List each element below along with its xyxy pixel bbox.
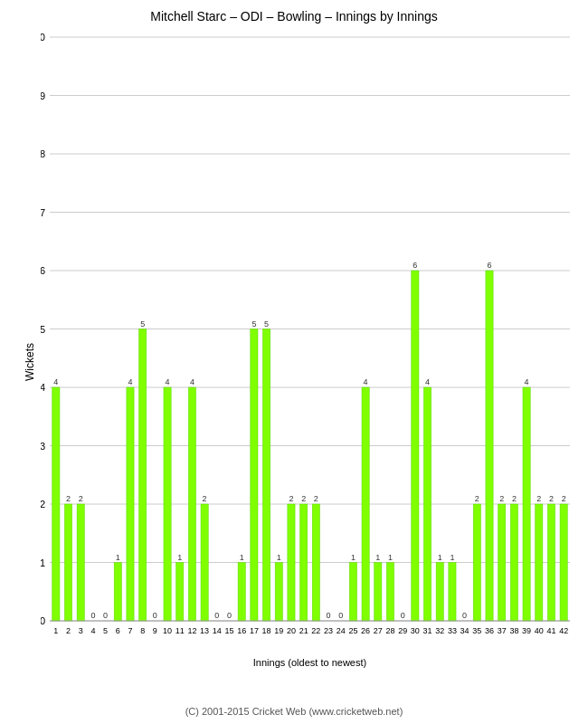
- svg-text:Innings (oldest to newest): Innings (oldest to newest): [253, 657, 366, 668]
- svg-rect-25: [64, 504, 71, 621]
- svg-text:6: 6: [41, 265, 45, 276]
- svg-rect-41: [139, 329, 147, 622]
- svg-text:4: 4: [364, 377, 368, 386]
- svg-rect-38: [127, 387, 134, 621]
- svg-rect-118: [486, 271, 493, 621]
- svg-text:26: 26: [361, 626, 370, 635]
- svg-text:13: 13: [200, 626, 209, 635]
- y-axis-label: Wickets: [24, 343, 36, 381]
- svg-text:3: 3: [79, 626, 83, 635]
- svg-text:2: 2: [289, 494, 293, 503]
- svg-text:2: 2: [562, 494, 566, 503]
- svg-rect-107: [436, 563, 443, 622]
- svg-rect-101: [412, 271, 419, 621]
- svg-text:42: 42: [559, 626, 568, 635]
- svg-text:5: 5: [251, 319, 256, 329]
- svg-text:40: 40: [535, 626, 544, 635]
- svg-text:9: 9: [153, 626, 157, 635]
- svg-text:16: 16: [237, 626, 246, 635]
- svg-text:21: 21: [299, 626, 308, 635]
- svg-rect-49: [176, 563, 184, 622]
- svg-text:38: 38: [509, 626, 518, 635]
- svg-text:37: 37: [498, 626, 507, 635]
- svg-text:2: 2: [79, 494, 83, 503]
- svg-rect-55: [201, 504, 208, 621]
- svg-rect-62: [238, 563, 245, 622]
- svg-text:4: 4: [425, 377, 430, 386]
- svg-rect-124: [510, 504, 517, 621]
- svg-text:39: 39: [522, 626, 531, 635]
- svg-text:2: 2: [536, 494, 541, 503]
- svg-text:0: 0: [338, 611, 343, 620]
- svg-text:2: 2: [475, 494, 479, 503]
- svg-rect-77: [300, 504, 308, 621]
- svg-text:0: 0: [327, 611, 331, 620]
- svg-text:1: 1: [450, 553, 454, 562]
- svg-text:14: 14: [213, 626, 222, 635]
- svg-text:27: 27: [374, 626, 383, 635]
- svg-rect-52: [188, 387, 195, 621]
- svg-text:5: 5: [264, 319, 269, 329]
- svg-text:10: 10: [41, 32, 45, 43]
- svg-rect-35: [114, 563, 121, 622]
- svg-rect-65: [251, 329, 258, 622]
- svg-text:31: 31: [423, 626, 432, 635]
- svg-text:4: 4: [166, 377, 170, 386]
- svg-text:1: 1: [177, 553, 182, 562]
- svg-text:0: 0: [41, 615, 45, 626]
- svg-rect-80: [312, 504, 319, 621]
- svg-text:2: 2: [66, 626, 71, 635]
- svg-text:6: 6: [413, 261, 417, 270]
- svg-text:4: 4: [128, 377, 132, 386]
- svg-text:7: 7: [41, 207, 45, 218]
- svg-text:1: 1: [240, 553, 244, 562]
- svg-text:4: 4: [53, 377, 58, 386]
- svg-text:2: 2: [512, 494, 517, 503]
- svg-text:25: 25: [348, 626, 357, 635]
- chart-container: Mitchell Starc – ODI – Bowling – Innings…: [0, 0, 588, 724]
- svg-text:1: 1: [438, 553, 442, 562]
- svg-text:33: 33: [448, 626, 457, 635]
- svg-text:1: 1: [375, 553, 380, 562]
- svg-rect-28: [77, 504, 84, 621]
- svg-rect-115: [473, 504, 480, 621]
- svg-rect-46: [164, 387, 171, 621]
- svg-text:10: 10: [163, 626, 172, 635]
- svg-text:11: 11: [175, 626, 185, 635]
- svg-text:0: 0: [462, 611, 467, 620]
- svg-rect-133: [547, 504, 555, 621]
- svg-text:7: 7: [128, 626, 132, 635]
- svg-text:1: 1: [53, 626, 58, 635]
- svg-text:0: 0: [214, 611, 219, 620]
- svg-text:0: 0: [153, 611, 157, 620]
- svg-text:2: 2: [314, 494, 318, 503]
- svg-text:2: 2: [499, 494, 504, 503]
- svg-text:24: 24: [337, 626, 346, 635]
- svg-text:2: 2: [301, 494, 306, 503]
- bar-chart: 0123456789104122230405164758094101114122…: [41, 28, 583, 671]
- svg-text:9: 9: [41, 90, 45, 101]
- svg-text:5: 5: [140, 319, 145, 329]
- svg-text:1: 1: [388, 553, 393, 562]
- svg-text:5: 5: [41, 324, 45, 335]
- svg-text:6: 6: [116, 626, 120, 635]
- svg-text:28: 28: [385, 626, 394, 635]
- svg-rect-90: [362, 387, 369, 621]
- svg-text:35: 35: [472, 626, 481, 635]
- svg-text:17: 17: [250, 626, 259, 635]
- svg-text:0: 0: [227, 611, 232, 620]
- svg-text:6: 6: [488, 261, 492, 270]
- svg-rect-74: [288, 504, 295, 621]
- svg-text:2: 2: [549, 494, 554, 503]
- svg-text:15: 15: [225, 626, 234, 635]
- svg-text:32: 32: [435, 626, 444, 635]
- svg-rect-22: [52, 387, 60, 621]
- svg-text:29: 29: [398, 626, 407, 635]
- svg-text:1: 1: [351, 553, 356, 562]
- svg-text:0: 0: [401, 611, 405, 620]
- svg-text:4: 4: [525, 377, 529, 386]
- svg-rect-121: [498, 504, 506, 621]
- svg-text:34: 34: [460, 626, 469, 635]
- svg-text:4: 4: [190, 377, 194, 386]
- svg-rect-93: [375, 563, 382, 622]
